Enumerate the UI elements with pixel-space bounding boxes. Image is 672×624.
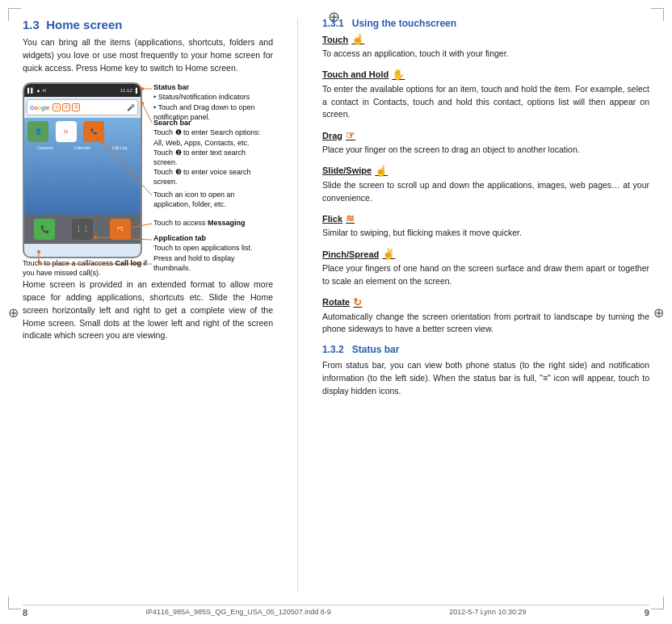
calendar-label: Calendar <box>65 145 100 150</box>
callout-status-bar-title: Status bar <box>153 83 189 91</box>
section-title: Home screen <box>46 18 122 31</box>
callout-status-bar: Status bar • Status/Notification indicat… <box>153 82 271 122</box>
app-icon-calllog: 📞 <box>83 121 104 142</box>
corner-mark-tr <box>651 8 664 21</box>
sub-section-number: 1.3.1 <box>322 18 344 29</box>
sub-section-title: Using the touchscreen <box>352 18 456 29</box>
callout-search-bar-title: Search bar <box>153 119 191 127</box>
callout-app-icon: Touch an icon to open an application, fo… <box>153 190 271 209</box>
app-icons-grid: 👤 29 📞 <box>24 118 141 145</box>
crosshair-right <box>653 304 664 320</box>
touch-item-flick: Flick≋Similar to swiping, but flicking m… <box>322 212 649 240</box>
corner-mark-tl <box>8 8 21 21</box>
phone-mockup: ▌▌ ▲ H 11:12 ▐ Google <box>23 82 142 258</box>
page-container: 1.3 Home screen You can bring all the it… <box>0 0 672 624</box>
status-bar-section: 1.3.2 Status bar From status bar, you ca… <box>322 344 649 397</box>
search-icon-2: ② <box>62 103 70 111</box>
callout-app-tab-title: Application tab <box>153 234 206 242</box>
footer: 8 IP4116_985A_985S_QG_Eng_USA_05_120507.… <box>23 605 649 618</box>
section-number: 1.3 <box>23 18 40 31</box>
touch-item-rotate: Rotate↻Automatically change the screen o… <box>322 296 649 337</box>
callout-search-bar-item1: Touch ❶ to enter Search options: All, We… <box>153 128 261 146</box>
touch-icon-5: ✌ <box>382 248 395 260</box>
touch-icon-1: ✋ <box>392 69 405 81</box>
column-divider <box>297 18 298 592</box>
touch-desc-5: Place your fingers of one hand on the sc… <box>322 262 649 288</box>
touch-item-slide-swipe: Slide/Swipe☝Slide the screen to scroll u… <box>322 165 649 205</box>
search-icon-3: ③ <box>72 103 80 111</box>
signal-icon: ▌▌ <box>27 88 35 93</box>
app-labels: Contacts Calendar Call Log <box>24 145 141 152</box>
callout-call-log: Touch to place a call/access Call log if… <box>23 258 148 278</box>
section-1-3-1-heading: 1.3.1 Using the touchscreen <box>322 18 649 29</box>
dock-phone-icon: 📞 <box>34 219 55 240</box>
crosshair-left <box>8 304 19 320</box>
battery-icon: ▐ <box>134 88 137 93</box>
touch-desc-2: Place your finger on the screen to drag … <box>322 144 649 157</box>
touch-label-text-3: Slide/Swipe <box>322 165 372 175</box>
callout-search-bar-item3: Touch ❸ to enter voice search screen. <box>153 168 251 186</box>
touch-label-text-0: Touch <box>322 35 348 44</box>
callout-call-log-text: Touch to place a call/access Call log if… <box>23 259 147 277</box>
app-icon-contacts: 👤 <box>27 121 48 142</box>
touch-icon-4: ≋ <box>346 212 355 224</box>
dock-message-icon: ✉ <box>110 219 131 240</box>
touch-desc-3: Slide the screen to scroll up and down t… <box>322 179 649 205</box>
touch-label-0: Touch☝ <box>322 33 364 45</box>
touch-label-3: Slide/Swipe☝ <box>322 165 388 177</box>
touch-item-drag: Drag☞Place your finger on the screen to … <box>322 129 649 157</box>
touch-label-text-6: Rotate <box>322 297 350 307</box>
corner-mark-bl <box>8 597 21 609</box>
phone-status-icons-left: ▌▌ ▲ H <box>27 88 46 93</box>
touch-label-6: Rotate↻ <box>322 296 362 308</box>
touch-desc-4: Similar to swiping, but flicking makes i… <box>322 227 649 240</box>
touch-label-1: Touch and Hold✋ <box>322 69 405 81</box>
touch-label-5: Pinch/Spread✌ <box>322 248 395 260</box>
app-icon-calendar: 29 <box>56 121 77 142</box>
right-column: 1.3.1 Using the touchscreen Touch☝To acc… <box>322 18 649 592</box>
touch-desc-6: Automatically change the screen orientat… <box>322 311 649 337</box>
touch-icon-0: ☝ <box>351 33 364 45</box>
touch-items-list: Touch☝To access an application, touch it… <box>322 33 649 336</box>
home-desc: Home screen is provided in an extended f… <box>23 278 273 342</box>
status-bar-desc: From status bar, you can view both phone… <box>322 359 649 397</box>
touch-icon-6: ↻ <box>353 296 362 308</box>
touch-label-text-2: Drag <box>322 131 342 140</box>
phone-wallpaper: 👤 29 📞 Contacts Calendar Call Log <box>24 118 141 215</box>
dock-apps-icon: ⋮⋮ <box>72 219 93 240</box>
status-bar-section-number: 1.3.2 <box>322 344 344 355</box>
time-display: 11:12 <box>120 88 132 93</box>
contacts-label: Contacts <box>27 145 63 150</box>
callout-search-bar: Search bar Touch ❶ to enter Search optio… <box>153 118 271 186</box>
touch-item-pinch-spread: Pinch/Spread✌Place your fingers of one h… <box>322 248 649 288</box>
callout-messaging-text: Touch to access Messaging <box>153 219 246 227</box>
touch-label-text-4: Flick <box>322 214 342 224</box>
touch-label-text-5: Pinch/Spread <box>322 249 379 259</box>
phone-status-bar: ▌▌ ▲ H 11:12 ▐ <box>24 84 141 97</box>
mic-icon: 🎤 <box>127 104 135 111</box>
touch-label-4: Flick≋ <box>322 212 355 224</box>
touch-desc-1: To enter the available options for an it… <box>322 83 649 121</box>
footer-right-text: 2012-5-7 Lynn 10:30:29 <box>449 608 526 618</box>
section-1-3-heading: 1.3 Home screen <box>23 18 273 31</box>
data-icon: H <box>42 88 45 93</box>
touch-icon-3: ☝ <box>375 165 388 177</box>
google-logo: Google <box>30 105 49 111</box>
callout-messaging: Touch to access Messaging <box>153 218 271 228</box>
svg-line-2 <box>142 103 152 123</box>
section-1-3-2-heading: 1.3.2 Status bar <box>322 344 649 355</box>
callout-app-tab-item1: Touch to open applications list. <box>153 244 253 252</box>
touch-item-touch-and-hold: Touch and Hold✋To enter the available op… <box>322 69 649 121</box>
app-icon-empty <box>111 121 132 142</box>
wifi-icon: ▲ <box>36 88 41 93</box>
callout-search-bar-item2: Touch ❷ to enter text search screen. <box>153 149 246 166</box>
status-bar-section-title: Status bar <box>352 344 400 355</box>
touch-desc-0: To access an application, touch it with … <box>322 48 649 61</box>
touch-icon-2: ☞ <box>346 129 355 141</box>
search-icon-1: ① <box>52 103 61 111</box>
left-column: 1.3 Home screen You can bring all the it… <box>23 18 273 592</box>
corner-mark-br <box>651 597 664 609</box>
phone-callout-area: ▌▌ ▲ H 11:12 ▐ Google <box>23 82 273 272</box>
callout-app-icon-text: Touch an icon to open an application, fo… <box>153 191 235 208</box>
touch-label-text-1: Touch and Hold <box>322 69 388 79</box>
